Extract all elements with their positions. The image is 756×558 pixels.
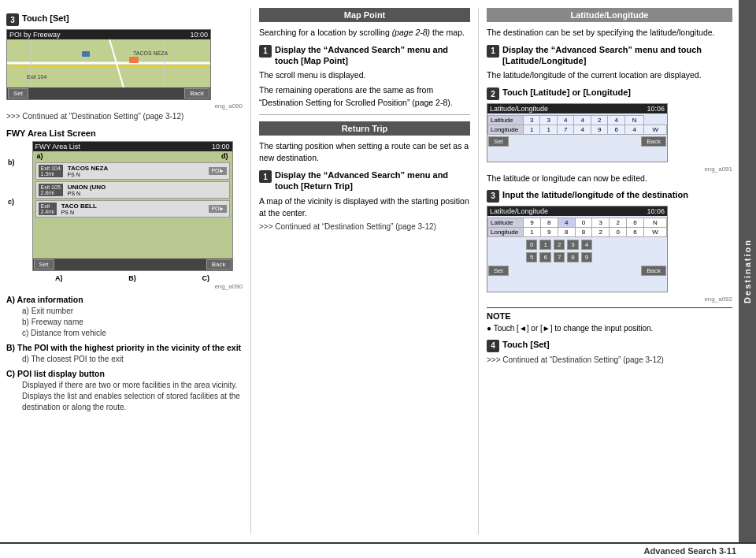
lat-screen2-header: Latitude/Longitude 10:06	[487, 206, 667, 216]
fwy-label-c: C)	[202, 274, 210, 282]
lat-set-btn-1[interactable]: Set	[488, 136, 509, 147]
fwy-exit-1: Exit 1041.3mi	[39, 165, 63, 177]
num-1[interactable]: 1	[539, 240, 550, 250]
fwy-screen-title: FWY Area List	[35, 143, 80, 151]
lat-screen2-time: 10:06	[647, 207, 665, 215]
map-point-p2: The remaining operations are the same as…	[259, 84, 470, 110]
map-point-step1-header: 1 Display the “Advanced Search” menu and…	[259, 44, 470, 67]
note-text: ● Touch [◄] or [►] to change the input p…	[487, 323, 732, 334]
right-column: Latitude/Longitude The destination can b…	[479, 8, 732, 534]
ann-a-title: A) Area information	[6, 295, 243, 304]
lat-screen1-title: Latitude/Longitude	[490, 105, 548, 113]
map-point-italic: (page 2-8)	[392, 28, 430, 37]
callout-b: b)	[8, 158, 15, 166]
lat-lon-intro: The destination can be set by specifying…	[487, 27, 732, 39]
map-point-header: Map Point	[259, 8, 470, 22]
num-8[interactable]: 8	[567, 252, 578, 262]
callout-d: d)	[221, 152, 228, 160]
callout-c: c)	[8, 198, 14, 206]
poi-screen: POI by Freeway 10:00 TACOS NEZA Exit 104	[6, 29, 211, 100]
num-2[interactable]: 2	[554, 240, 565, 250]
mid-divider	[259, 114, 470, 115]
fwy-screen-header: FWY Area List 10:00	[33, 142, 232, 151]
svg-rect-8	[82, 51, 90, 57]
fwy-item-3: Exit2.4mi TACO BELL PS N POI▸	[35, 200, 230, 218]
left-column: 3 Touch [Set] POI by Freeway 10:00	[6, 8, 250, 534]
num-5[interactable]: 5	[526, 252, 537, 262]
map-point-step1-title: Display the “Advanced Search” menu and t…	[275, 44, 470, 67]
lat-table-1: Latitude 3 3 4 4 2 4 N Longitude 1 1 7	[487, 115, 667, 135]
lat-step1-text: The latitude/longitude of the current lo…	[487, 69, 732, 82]
fwy-exit-3: Exit2.4mi	[39, 203, 57, 215]
lat-eng-tag-1: eng_a091	[487, 166, 732, 173]
lat-step3-title: Input the latitude/longitude of the dest…	[502, 189, 688, 200]
lat-numpad: 0 1 2 3 4 5 6 7 8 9	[525, 239, 651, 263]
fwy-item-2: Exit 1052.8mi UNION (UNO PS N	[35, 181, 230, 199]
lat-step4-num: 4	[487, 340, 499, 352]
lat-screen1-footer: Set Back	[487, 136, 667, 147]
lat-back-btn-2[interactable]: Back	[641, 266, 666, 276]
lat-set-btn-2[interactable]: Set	[488, 266, 509, 276]
poi-screen-title: POI by Freeway	[9, 31, 61, 39]
page-container: 3 Touch [Set] POI by Freeway 10:00	[0, 0, 756, 542]
num-9[interactable]: 9	[581, 252, 592, 262]
note-box: NOTE ● Touch [◄] or [►] to change the in…	[487, 307, 732, 334]
svg-rect-7	[129, 57, 139, 63]
lat-step2-num: 2	[487, 87, 499, 100]
poi-set-btn[interactable]: Set	[8, 88, 28, 99]
fwy-set-btn[interactable]: Set	[34, 259, 54, 270]
lat-step4-header: 4 Touch [Set]	[487, 339, 732, 352]
fwy-poi-1: POI▸	[209, 167, 226, 175]
poi-screen-header-bar: POI by Freeway 10:00	[7, 30, 210, 39]
fwy-name-3: TACO BELL PS N	[59, 203, 209, 215]
fwy-back-btn[interactable]: Back	[206, 259, 232, 270]
map-point-step1-num: 1	[259, 45, 272, 58]
eng-tag-1: eng_a090	[6, 102, 243, 110]
num-7[interactable]: 7	[554, 252, 565, 262]
lat-screen-1: Latitude/Longitude 10:06 Latitude 3 3 4 …	[487, 103, 668, 162]
poi-map-svg: TACOS NEZA Exit 104	[7, 39, 210, 93]
main-content: 3 Touch [Set] POI by Freeway 10:00	[0, 0, 739, 542]
fwy-label-b: B)	[128, 274, 136, 282]
lat-step1-title: Display the “Advanced Search” menu and t…	[502, 44, 732, 67]
return-trip-step1-num: 1	[259, 170, 272, 183]
ann-c-title: C) POI list display button	[6, 369, 243, 378]
lat-table-2: Latitude 9 8 4 0 3 2 6 N Longitude 1 9	[487, 218, 667, 237]
lat-step2-header: 2 Touch [Latitude] or [Longitude]	[487, 87, 732, 100]
ann-b-d: d) The closest POI to the exit	[22, 354, 243, 365]
fwy-poi-3: POI▸	[209, 205, 226, 213]
fwy-name-1: TACOS NEZA FS N	[65, 165, 209, 177]
eng-tag-2: eng_a090	[22, 283, 243, 290]
poi-back-btn[interactable]: Back	[184, 88, 209, 99]
num-6[interactable]: 6	[539, 252, 550, 262]
num-3[interactable]: 3	[567, 240, 578, 250]
ann-a-a: a) Exit number	[22, 306, 243, 317]
svg-text:Exit 104: Exit 104	[27, 74, 46, 80]
mid-column: Map Point Searching for a location by sc…	[250, 8, 479, 534]
ann-a-c: c) Distance from vehicle	[22, 328, 243, 339]
return-trip-intro: The starting position when setting a rou…	[259, 140, 470, 166]
poi-screen-time: 10:00	[190, 31, 208, 39]
return-trip-continued: >>> Continued at “Destination Setting” (…	[259, 222, 470, 231]
lat-label-1: Latitude	[488, 116, 524, 125]
fwy-screen: FWY Area List 10:00 a) d) Exit 1041.3mi	[32, 141, 233, 271]
num-4[interactable]: 4	[581, 240, 592, 250]
step3-number: 3	[6, 13, 19, 26]
svg-text:TACOS NEZA: TACOS NEZA	[133, 50, 169, 56]
return-trip-header: Return Trip	[259, 121, 470, 136]
num-0[interactable]: 0	[526, 240, 537, 250]
lat-back-btn-1[interactable]: Back	[641, 136, 666, 147]
return-trip-step1-title: Display the “Advanced Search” menu and t…	[275, 169, 470, 192]
lat-step3-num: 3	[487, 190, 499, 203]
lat-step4-title: Touch [Set]	[502, 339, 550, 350]
lat-step1-num: 1	[487, 45, 499, 58]
lon-label-1: Longitude	[488, 125, 524, 135]
bottom-bar: Advanced Search 3-11	[0, 542, 756, 558]
fwy-callout-row: a) d)	[33, 151, 232, 161]
map-point-intro: Searching for a location by scrolling (p…	[259, 27, 470, 39]
fwy-section: FWY Area List Screen b) c) FWY Area List…	[6, 128, 243, 413]
lat-step2-title: Touch [Latitude] or [Longitude]	[502, 87, 631, 98]
return-trip-step1-header: 1 Display the “Advanced Search” menu and…	[259, 169, 470, 192]
annotations: A) Area information a) Exit number b) Fr…	[6, 295, 243, 413]
lat2-row2: Longitude 1 9 8 8 2 0 6 W	[488, 227, 667, 236]
